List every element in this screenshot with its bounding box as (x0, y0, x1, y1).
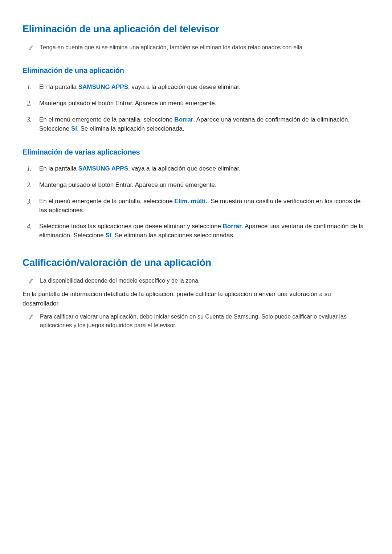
bold-borrar: Borrar (174, 116, 193, 123)
list-item: 2. Mantenga pulsado el botón Entrar. Apa… (27, 99, 369, 108)
step-content: Mantenga pulsado el botón Entrar. Aparec… (39, 99, 369, 108)
step-content: En la pantalla SAMSUNG APPS, vaya a la a… (39, 164, 369, 173)
step-number: 3. (27, 197, 33, 206)
note-block: La disponibilidad depende del modelo esp… (23, 276, 369, 285)
step-content: En el menú emergente de la pantalla, sel… (39, 115, 369, 134)
note-text: Para calificar o valorar una aplicación,… (40, 312, 369, 330)
list-item: 3. En el menú emergente de la pantalla, … (27, 197, 369, 215)
list-item: 2. Mantenga pulsado el botón Entrar. Apa… (27, 180, 369, 190)
bold-si: Sí (71, 125, 77, 132)
step-number: 1. (27, 164, 33, 174)
bold-elim-multi: Elim. múlti. (174, 198, 207, 205)
list-item: 1. En la pantalla SAMSUNG APPS, vaya a l… (27, 164, 369, 174)
subsection-title-delete-multiple: Eliminación de varias aplicaciones (23, 147, 369, 157)
bold-samsung-apps: SAMSUNG APPS (78, 83, 128, 90)
subsection-title-delete-single: Eliminación de una aplicación (23, 65, 369, 76)
note-text: Tenga en cuenta que si se elimina una ap… (40, 43, 304, 52)
body-paragraph: En la pantalla de información detallada … (23, 290, 369, 308)
note-block: Para calificar o valorar una aplicación,… (23, 312, 369, 330)
steps-list-single: 1. En la pantalla SAMSUNG APPS, vaya a l… (23, 82, 369, 134)
pencil-icon (28, 313, 34, 320)
pencil-icon (28, 277, 34, 284)
section-title-delete-app: Eliminación de una aplicación del televi… (23, 22, 369, 37)
bold-borrar: Borrar (223, 223, 242, 230)
steps-list-multiple: 1. En la pantalla SAMSUNG APPS, vaya a l… (23, 164, 369, 240)
step-number: 1. (27, 82, 33, 92)
list-item: 1. En la pantalla SAMSUNG APPS, vaya a l… (27, 82, 369, 92)
note-block: Tenga en cuenta que si se elimina una ap… (23, 43, 369, 52)
step-content: Mantenga pulsado el botón Entrar. Aparec… (39, 180, 369, 190)
bold-samsung-apps: SAMSUNG APPS (78, 165, 128, 172)
section-title-rating: Calificación/valoración de una aplicació… (23, 255, 369, 270)
step-number: 2. (27, 99, 33, 108)
step-content: En la pantalla SAMSUNG APPS, vaya a la a… (39, 82, 369, 92)
bold-si: Sí (105, 232, 111, 239)
step-content: En el menú emergente de la pantalla, sel… (39, 197, 369, 215)
step-number: 2. (27, 180, 33, 190)
step-number: 4. (27, 222, 33, 231)
list-item: 3. En el menú emergente de la pantalla, … (27, 115, 369, 134)
step-number: 3. (27, 115, 33, 125)
note-text: La disponibilidad depende del modelo esp… (40, 276, 200, 285)
pencil-icon (28, 44, 34, 51)
step-content: Seleccione todas las aplicaciones que de… (39, 222, 369, 240)
list-item: 4. Seleccione todas las aplicaciones que… (27, 222, 369, 240)
